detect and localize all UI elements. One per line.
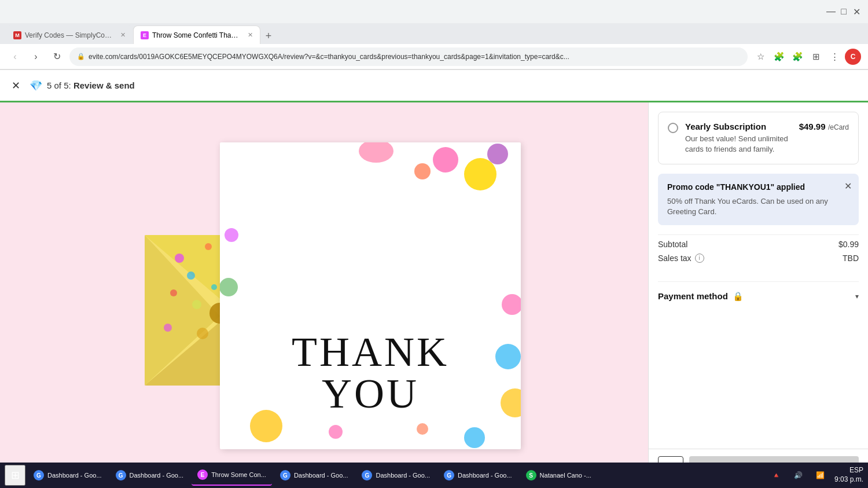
- svg-point-31: [417, 423, 428, 435]
- svg-point-21: [487, 144, 508, 164]
- tab1-label: Verify Codes — SimplyCodes: [25, 31, 115, 39]
- svg-point-26: [225, 228, 238, 242]
- lock-icon: 🔒: [77, 53, 85, 60]
- taskbar-label-2: Throw Some Con...: [211, 471, 266, 478]
- progress-text: 5 of 5: Review & send: [47, 80, 135, 90]
- window-controls[interactable]: — □ ✕: [826, 7, 861, 16]
- profile-button[interactable]: C: [845, 49, 861, 65]
- payment-title-text: Payment method: [658, 291, 728, 301]
- svg-point-10: [170, 289, 177, 296]
- taskbar-network-icon[interactable]: 📶: [812, 467, 829, 483]
- taskbar-item-1[interactable]: G Dashboard - Goo...: [110, 465, 190, 486]
- taskbar-favicon-5: G: [444, 470, 454, 480]
- svg-point-23: [502, 294, 521, 315]
- close-window-button[interactable]: ✕: [852, 7, 861, 16]
- taskbar-volume-icon[interactable]: 🔊: [790, 467, 807, 483]
- card-you-text: YOU: [220, 373, 521, 414]
- address-bar[interactable]: 🔒 evite.com/cards/0019AGOKC6E5MEYQCEPO4M…: [69, 47, 748, 66]
- taskbar-favicon-2: E: [197, 469, 208, 480]
- tab1-favicon: M: [13, 31, 21, 39]
- tab1-close[interactable]: ✕: [120, 31, 126, 39]
- taskbar-favicon-1: G: [116, 470, 126, 480]
- svg-point-7: [187, 271, 195, 280]
- sales-tax-info-icon[interactable]: i: [695, 254, 704, 263]
- card-container: THANK YOU: [127, 142, 521, 449]
- payment-lock-icon: 🔒: [733, 291, 744, 302]
- tab-verify-codes[interactable]: M Verify Codes — SimplyCodes ✕: [6, 25, 133, 44]
- progress-step-label: Review & send: [73, 80, 135, 90]
- extension2-button[interactable]: 🧩: [789, 49, 806, 65]
- svg-point-5: [175, 254, 184, 263]
- minimize-button[interactable]: —: [826, 7, 836, 16]
- extension1-button[interactable]: 🧩: [771, 49, 787, 65]
- svg-point-22: [414, 163, 431, 179]
- address-text: evite.com/cards/0019AGOKC6E5MEYQCEPO4MYO…: [89, 53, 740, 61]
- back-nav-button[interactable]: ‹: [7, 49, 23, 65]
- taskbar-favicon-4: G: [362, 470, 372, 480]
- taskbar-clock: 9:03 p.m.: [834, 475, 863, 485]
- subscription-info: Yearly Subscription Our best value! Send…: [685, 122, 792, 155]
- payment-title: Payment method 🔒: [658, 291, 744, 302]
- taskbar-item-3[interactable]: G Dashboard - Goo...: [274, 465, 354, 486]
- more-menu-button[interactable]: ⋮: [826, 49, 843, 65]
- taskbar-right: 🔺 🔊 📶 ESP 9:03 p.m.: [768, 466, 863, 484]
- subtotal-value: $0.99: [838, 240, 859, 249]
- sales-tax-text: Sales tax: [658, 254, 692, 263]
- svg-point-29: [329, 425, 343, 439]
- subscription-radio[interactable]: [668, 123, 678, 133]
- taskbar-item-4[interactable]: G Dashboard - Goo...: [356, 465, 436, 486]
- new-tab-button[interactable]: +: [260, 28, 277, 44]
- subscription-price-block: $49.99 /eCard: [799, 122, 849, 132]
- reload-button[interactable]: ↻: [49, 49, 65, 65]
- taskbar-label-4: Dashboard - Goo...: [376, 472, 430, 479]
- forward-nav-button[interactable]: ›: [28, 49, 44, 65]
- bookmark-button[interactable]: ☆: [752, 49, 768, 65]
- navigation-bar: ‹ › ↻ 🔒 evite.com/cards/0019AGOKC6E5MEYQ…: [0, 44, 868, 69]
- subscription-title: Yearly Subscription: [685, 122, 792, 131]
- taskbar-label-6: Natanael Cano -...: [540, 472, 591, 479]
- taskbar-time: ESP 9:03 p.m.: [834, 466, 863, 484]
- subtotal-label: Subtotal: [658, 240, 687, 249]
- payment-section: Payment method 🔒 ▾: [658, 281, 859, 311]
- taskbar-label-3: Dashboard - Goo...: [294, 472, 348, 479]
- subscription-price: $49.99: [799, 122, 826, 131]
- tab-bar: M Verify Codes — SimplyCodes ✕ E Throw S…: [0, 23, 868, 44]
- taskbar-item-2[interactable]: E Throw Some Con...: [192, 465, 272, 486]
- extension3-button[interactable]: ⊞: [808, 49, 824, 65]
- right-sidebar: Yearly Subscription Our best value! Send…: [648, 102, 868, 488]
- taskbar-notification-icon[interactable]: 🔺: [768, 467, 785, 483]
- svg-point-13: [192, 300, 201, 309]
- subscription-option[interactable]: Yearly Subscription Our best value! Send…: [658, 112, 859, 164]
- taskbar-item-0[interactable]: G Dashboard - Goo...: [28, 465, 108, 486]
- main-content: THANK YOU Yearly Subscription Our best v…: [0, 102, 868, 488]
- maximize-button[interactable]: □: [839, 7, 848, 16]
- tab2-close[interactable]: ✕: [248, 31, 253, 39]
- diamond-icon: 💎: [30, 79, 42, 92]
- card-preview-area: THANK YOU: [0, 102, 648, 488]
- nav-right-controls: ☆ 🧩 🧩 ⊞ ⋮ C: [752, 49, 861, 65]
- start-button[interactable]: ⊞: [5, 465, 25, 486]
- tab2-favicon: E: [141, 31, 149, 39]
- totals-section: Subtotal $0.99 Sales tax i TBD: [658, 234, 859, 272]
- payment-header[interactable]: Payment method 🔒 ▾: [658, 291, 859, 302]
- taskbar-label-0: Dashboard - Goo...: [47, 472, 102, 479]
- tab-throw-confetti[interactable]: E Throw Some Confetti Thank Yo... ✕: [133, 25, 260, 44]
- sales-tax-value: TBD: [843, 254, 859, 263]
- progress-step: 5 of 5:: [47, 80, 71, 90]
- subscription-price-unit: /eCard: [828, 123, 849, 131]
- title-bar: — □ ✕: [0, 0, 868, 23]
- taskbar-item-5[interactable]: G Dashboard - Goo...: [438, 465, 518, 486]
- payment-chevron-icon[interactable]: ▾: [855, 292, 859, 300]
- taskbar-item-6[interactable]: S Natanael Cano -...: [520, 465, 597, 486]
- browser-chrome: — □ ✕ M Verify Codes — SimplyCodes ✕ E T…: [0, 0, 868, 70]
- taskbar-favicon-3: G: [280, 470, 290, 480]
- promo-close-button[interactable]: ✕: [844, 181, 852, 192]
- app-close-button[interactable]: ✕: [12, 79, 20, 92]
- card-text-area: THANK YOU: [220, 331, 521, 414]
- svg-point-28: [250, 410, 282, 442]
- taskbar-favicon-0: G: [34, 470, 44, 480]
- progress-indicator: 💎 5 of 5: Review & send: [30, 79, 135, 92]
- app-header: ✕ 💎 5 of 5: Review & send: [0, 70, 868, 102]
- svg-point-19: [433, 147, 458, 173]
- sidebar-scroll-area[interactable]: Yearly Subscription Our best value! Send…: [649, 102, 868, 449]
